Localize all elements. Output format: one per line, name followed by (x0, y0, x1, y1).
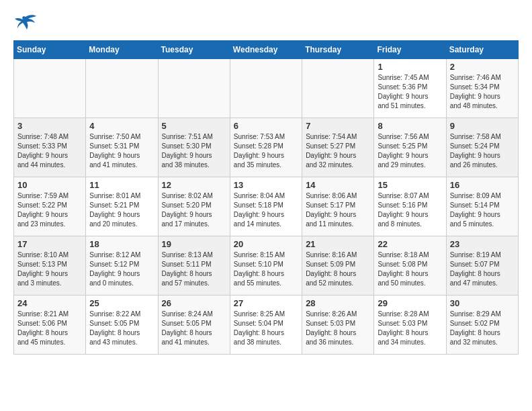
calendar-cell: 24Sunrise: 8:21 AM Sunset: 5:06 PM Dayli… (14, 295, 86, 355)
day-info: Sunrise: 7:54 AM Sunset: 5:27 PM Dayligh… (306, 132, 370, 170)
logo-icon (13, 13, 38, 34)
day-number: 8 (378, 121, 442, 131)
day-info: Sunrise: 7:48 AM Sunset: 5:33 PM Dayligh… (17, 132, 82, 170)
day-number: 16 (450, 180, 515, 190)
day-number: 2 (450, 62, 515, 72)
calendar-week-row: 17Sunrise: 8:10 AM Sunset: 5:13 PM Dayli… (14, 236, 519, 295)
calendar-cell: 1Sunrise: 7:45 AM Sunset: 5:36 PM Daylig… (374, 59, 446, 118)
calendar-cell: 22Sunrise: 8:18 AM Sunset: 5:08 PM Dayli… (374, 236, 446, 295)
day-header-saturday: Saturday (446, 41, 518, 59)
calendar-cell: 7Sunrise: 7:54 AM Sunset: 5:27 PM Daylig… (302, 118, 374, 177)
day-info: Sunrise: 8:28 AM Sunset: 5:03 PM Dayligh… (378, 310, 442, 347)
calendar-cell: 17Sunrise: 8:10 AM Sunset: 5:13 PM Dayli… (14, 236, 86, 295)
day-number: 21 (306, 239, 370, 249)
day-number: 24 (17, 298, 82, 308)
day-info: Sunrise: 8:18 AM Sunset: 5:08 PM Dayligh… (378, 250, 442, 288)
calendar-cell: 11Sunrise: 8:01 AM Sunset: 5:21 PM Dayli… (86, 177, 158, 236)
calendar-cell: 26Sunrise: 8:24 AM Sunset: 5:05 PM Dayli… (158, 295, 230, 355)
day-number: 23 (450, 239, 515, 249)
calendar-cell (230, 59, 302, 118)
calendar-cell: 23Sunrise: 8:19 AM Sunset: 5:07 PM Dayli… (446, 236, 518, 295)
day-header-tuesday: Tuesday (158, 41, 230, 59)
page-header (13, 13, 519, 34)
calendar-cell: 21Sunrise: 8:16 AM Sunset: 5:09 PM Dayli… (302, 236, 374, 295)
day-info: Sunrise: 7:56 AM Sunset: 5:25 PM Dayligh… (378, 132, 442, 170)
day-number: 26 (162, 298, 226, 308)
day-info: Sunrise: 8:21 AM Sunset: 5:06 PM Dayligh… (17, 310, 82, 347)
calendar-cell: 8Sunrise: 7:56 AM Sunset: 5:25 PM Daylig… (374, 118, 446, 177)
day-header-thursday: Thursday (302, 41, 374, 59)
day-info: Sunrise: 8:13 AM Sunset: 5:11 PM Dayligh… (162, 250, 226, 288)
day-info: Sunrise: 8:19 AM Sunset: 5:07 PM Dayligh… (450, 250, 515, 288)
calendar-week-row: 1Sunrise: 7:45 AM Sunset: 5:36 PM Daylig… (14, 59, 519, 118)
day-number: 5 (162, 121, 226, 131)
day-number: 25 (89, 298, 154, 308)
day-header-monday: Monday (86, 41, 158, 59)
day-info: Sunrise: 8:24 AM Sunset: 5:05 PM Dayligh… (162, 310, 226, 347)
day-number: 9 (450, 121, 515, 131)
calendar-cell (86, 59, 158, 118)
day-number: 6 (234, 121, 298, 131)
day-info: Sunrise: 8:04 AM Sunset: 5:18 PM Dayligh… (234, 191, 298, 229)
day-info: Sunrise: 8:26 AM Sunset: 5:03 PM Dayligh… (306, 310, 370, 347)
calendar-cell: 30Sunrise: 8:29 AM Sunset: 5:02 PM Dayli… (446, 295, 518, 355)
day-number: 15 (378, 180, 442, 190)
calendar-cell: 29Sunrise: 8:28 AM Sunset: 5:03 PM Dayli… (374, 295, 446, 355)
calendar-cell (14, 59, 86, 118)
day-info: Sunrise: 7:58 AM Sunset: 5:24 PM Dayligh… (450, 132, 515, 170)
day-header-friday: Friday (374, 41, 446, 59)
day-info: Sunrise: 8:09 AM Sunset: 5:14 PM Dayligh… (450, 191, 515, 229)
calendar-week-row: 24Sunrise: 8:21 AM Sunset: 5:06 PM Dayli… (14, 295, 519, 355)
calendar-cell (302, 59, 374, 118)
day-number: 19 (162, 239, 226, 249)
calendar-cell: 25Sunrise: 8:22 AM Sunset: 5:05 PM Dayli… (86, 295, 158, 355)
day-number: 29 (378, 298, 442, 308)
calendar-header-row: SundayMondayTuesdayWednesdayThursdayFrid… (14, 41, 519, 59)
day-number: 27 (234, 298, 298, 308)
day-info: Sunrise: 7:50 AM Sunset: 5:31 PM Dayligh… (89, 132, 154, 170)
day-number: 14 (306, 180, 370, 190)
day-info: Sunrise: 7:45 AM Sunset: 5:36 PM Dayligh… (378, 73, 442, 111)
day-number: 7 (306, 121, 370, 131)
calendar-cell: 16Sunrise: 8:09 AM Sunset: 5:14 PM Dayli… (446, 177, 518, 236)
calendar-cell: 18Sunrise: 8:12 AM Sunset: 5:12 PM Dayli… (86, 236, 158, 295)
day-info: Sunrise: 8:10 AM Sunset: 5:13 PM Dayligh… (17, 250, 82, 288)
calendar-cell: 27Sunrise: 8:25 AM Sunset: 5:04 PM Dayli… (230, 295, 302, 355)
day-info: Sunrise: 7:59 AM Sunset: 5:22 PM Dayligh… (17, 191, 82, 229)
day-number: 12 (162, 180, 226, 190)
day-info: Sunrise: 8:06 AM Sunset: 5:17 PM Dayligh… (306, 191, 370, 229)
day-number: 1 (378, 62, 442, 72)
day-number: 17 (17, 239, 82, 249)
calendar-cell: 13Sunrise: 8:04 AM Sunset: 5:18 PM Dayli… (230, 177, 302, 236)
day-number: 18 (89, 239, 154, 249)
day-number: 3 (17, 121, 82, 131)
calendar-cell: 6Sunrise: 7:53 AM Sunset: 5:28 PM Daylig… (230, 118, 302, 177)
day-info: Sunrise: 8:29 AM Sunset: 5:02 PM Dayligh… (450, 310, 515, 347)
day-info: Sunrise: 8:16 AM Sunset: 5:09 PM Dayligh… (306, 250, 370, 288)
day-number: 13 (234, 180, 298, 190)
day-info: Sunrise: 8:15 AM Sunset: 5:10 PM Dayligh… (234, 250, 298, 288)
day-number: 4 (89, 121, 154, 131)
day-info: Sunrise: 8:01 AM Sunset: 5:21 PM Dayligh… (89, 191, 154, 229)
day-info: Sunrise: 8:22 AM Sunset: 5:05 PM Dayligh… (89, 310, 154, 347)
logo (13, 13, 42, 34)
day-header-sunday: Sunday (14, 41, 86, 59)
day-info: Sunrise: 8:25 AM Sunset: 5:04 PM Dayligh… (234, 310, 298, 347)
calendar-cell: 20Sunrise: 8:15 AM Sunset: 5:10 PM Dayli… (230, 236, 302, 295)
calendar-week-row: 3Sunrise: 7:48 AM Sunset: 5:33 PM Daylig… (14, 118, 519, 177)
day-number: 20 (234, 239, 298, 249)
calendar-cell: 5Sunrise: 7:51 AM Sunset: 5:30 PM Daylig… (158, 118, 230, 177)
day-info: Sunrise: 7:46 AM Sunset: 5:34 PM Dayligh… (450, 73, 515, 111)
day-info: Sunrise: 8:12 AM Sunset: 5:12 PM Dayligh… (89, 250, 154, 288)
calendar-cell: 3Sunrise: 7:48 AM Sunset: 5:33 PM Daylig… (14, 118, 86, 177)
day-number: 28 (306, 298, 370, 308)
calendar-cell: 2Sunrise: 7:46 AM Sunset: 5:34 PM Daylig… (446, 59, 518, 118)
day-number: 11 (89, 180, 154, 190)
day-info: Sunrise: 8:07 AM Sunset: 5:16 PM Dayligh… (378, 191, 442, 229)
calendar-week-row: 10Sunrise: 7:59 AM Sunset: 5:22 PM Dayli… (14, 177, 519, 236)
calendar-cell: 10Sunrise: 7:59 AM Sunset: 5:22 PM Dayli… (14, 177, 86, 236)
calendar-cell: 9Sunrise: 7:58 AM Sunset: 5:24 PM Daylig… (446, 118, 518, 177)
calendar-table: SundayMondayTuesdayWednesdayThursdayFrid… (13, 40, 519, 355)
calendar-cell: 15Sunrise: 8:07 AM Sunset: 5:16 PM Dayli… (374, 177, 446, 236)
day-info: Sunrise: 8:02 AM Sunset: 5:20 PM Dayligh… (162, 191, 226, 229)
